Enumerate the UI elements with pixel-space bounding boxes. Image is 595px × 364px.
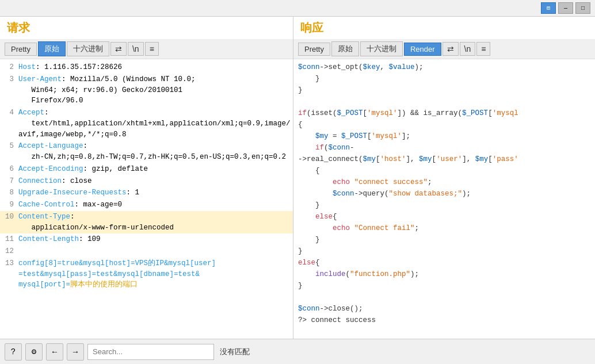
line-content: Upgrade-Insecure-Requests: 1 [18, 187, 291, 198]
right-hex-btn[interactable]: 十六进制 [360, 41, 403, 56]
forward-button[interactable]: → [67, 343, 84, 361]
right-menu-btn[interactable]: ≡ [476, 42, 490, 56]
left-menu-btn[interactable]: ≡ [145, 42, 159, 56]
line-content [18, 246, 291, 257]
table-row: 12 [0, 246, 293, 258]
right-toolbar: Pretty 原始 十六进制 Render ⇄ \n ≡ [293, 39, 595, 59]
table-row: 3 User-Agent: Mozilla/5.0 (Windows NT 10… [0, 74, 293, 107]
right-pretty-btn[interactable]: Pretty [298, 43, 330, 56]
table-row: 11 Content-Length: 109 [0, 233, 293, 246]
left-raw-btn[interactable]: 原始 [38, 41, 66, 56]
right-raw-btn[interactable]: 原始 [331, 41, 359, 56]
table-row: 10 Content-Type: application/x-www-form-… [0, 211, 293, 234]
line-number: 12 [2, 246, 14, 257]
forward-icon: → [73, 347, 78, 357]
right-panel: 响应 Pretty 原始 十六进制 Render ⇄ \n ≡ $conn->s… [293, 17, 595, 339]
line-number: 3 [2, 74, 14, 106]
no-match-label: 没有匹配 [220, 347, 250, 357]
right-swap-btn[interactable]: ⇄ [443, 42, 459, 56]
line-content: Accept-Encoding: gzip, deflate [18, 164, 291, 175]
table-row: 5 Accept-Language: zh-CN,zh;q=0.8,zh-TW;… [0, 140, 293, 163]
line-content: config[8]=true&mysql[host]=VPS的IP&mysql[… [18, 258, 291, 290]
left-hex-btn[interactable]: 十六进制 [67, 41, 109, 56]
line-number: 7 [2, 176, 14, 187]
table-row: 13 config[8]=true&mysql[host]=VPS的IP&mys… [0, 258, 293, 291]
response-code: $conn->set_opt($key, $value); } } if(iss… [298, 62, 590, 326]
line-content: Cache-Control: max-age=0 [18, 200, 291, 210]
search-input[interactable] [87, 344, 214, 360]
line-content: Host: 1.116.35.157:28626 [18, 62, 291, 73]
right-panel-title: 响应 [293, 17, 595, 39]
table-row: 7 Connection: close [0, 175, 293, 187]
main-container: 请求 Pretty 原始 十六进制 ⇄ \n ≡ 2 Host: 1.116.3… [0, 17, 595, 339]
left-panel: 请求 Pretty 原始 十六进制 ⇄ \n ≡ 2 Host: 1.116.3… [0, 17, 293, 339]
left-content: 2 Host: 1.116.35.157:28626 3 User-Agent:… [0, 59, 293, 339]
table-row: 4 Accept: text/html,application/xhtml+xm… [0, 107, 293, 140]
help-icon: ? [11, 347, 16, 357]
back-button[interactable]: ← [46, 343, 63, 361]
line-number: 5 [2, 141, 14, 163]
settings-icon: ⚙ [32, 347, 36, 357]
line-content: Accept: text/html,application/xhtml+xml,… [18, 108, 291, 140]
line-content: User-Agent: Mozilla/5.0 (Windows NT 10.0… [18, 74, 291, 106]
window-controls: ⊞ — □ [0, 0, 595, 17]
line-number: 8 [2, 187, 14, 198]
bottom-bar: ? ⚙ ← → 没有匹配 [0, 339, 595, 364]
left-panel-title: 请求 [0, 17, 293, 39]
back-icon: ← [52, 347, 57, 357]
line-number: 11 [2, 234, 14, 245]
line-content: Content-Length: 109 [18, 234, 291, 245]
table-row: 8 Upgrade-Insecure-Requests: 1 [0, 187, 293, 199]
table-row: 9 Cache-Control: max-age=0 [0, 199, 293, 211]
line-number: 6 [2, 164, 14, 175]
line-content: Connection: close [18, 176, 291, 187]
right-render-btn[interactable]: Render [404, 43, 441, 56]
maximize-btn[interactable]: □ [575, 2, 590, 14]
line-number: 10 [2, 212, 14, 233]
right-newline-btn[interactable]: \n [460, 42, 476, 56]
minimize-btn[interactable]: — [558, 2, 573, 14]
line-number: 4 [2, 108, 14, 140]
line-number: 2 [2, 62, 14, 73]
line-number: 13 [2, 258, 14, 290]
left-newline-btn[interactable]: \n [128, 42, 144, 56]
line-content: Content-Type: application/x-www-form-url… [18, 212, 291, 233]
table-row: 6 Accept-Encoding: gzip, deflate [0, 163, 293, 175]
settings-button[interactable]: ⚙ [25, 343, 43, 361]
left-pretty-btn[interactable]: Pretty [5, 43, 37, 56]
line-content: Accept-Language: zh-CN,zh;q=0.8,zh-TW;q=… [18, 141, 291, 163]
right-content: $conn->set_opt($key, $value); } } if(iss… [293, 59, 595, 339]
left-swap-btn[interactable]: ⇄ [110, 42, 127, 56]
left-toolbar: Pretty 原始 十六进制 ⇄ \n ≡ [0, 39, 293, 59]
table-row: 2 Host: 1.116.35.157:28626 [0, 62, 293, 74]
help-button[interactable]: ? [5, 343, 22, 361]
line-number: 9 [2, 200, 14, 210]
split-view-btn[interactable]: ⊞ [541, 2, 556, 14]
